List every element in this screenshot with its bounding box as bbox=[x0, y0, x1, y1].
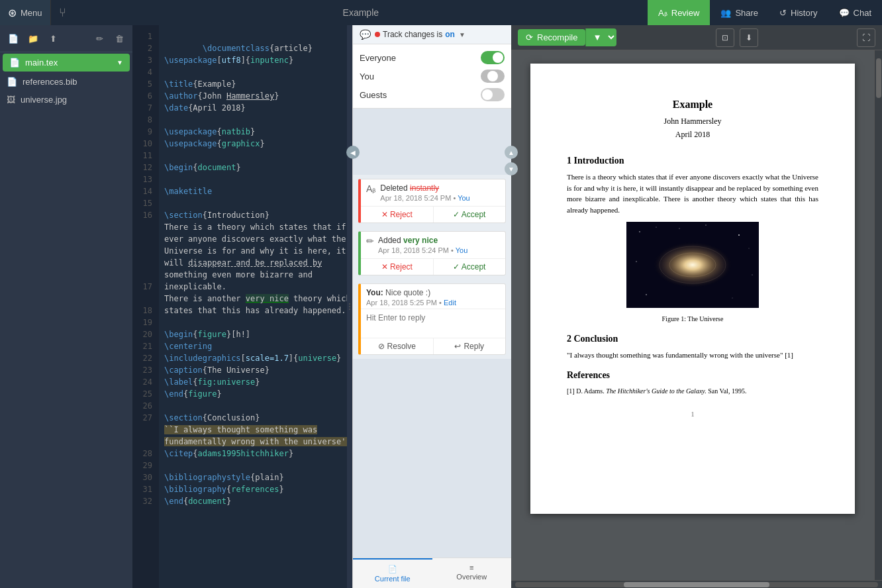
history-button[interactable]: ↺ History bbox=[769, 0, 828, 25]
new-file-button[interactable]: 📄 bbox=[5, 30, 21, 46]
track-changes-badge: Track changes is on bbox=[375, 30, 455, 39]
deleted-change-card: Aᵦ Deleted instantly Apr 18, 2018 5:24 P… bbox=[358, 179, 506, 223]
toggle-guests[interactable] bbox=[481, 88, 505, 101]
code-editor[interactable]: \documentclass{article} \usepackage[utf8… bbox=[159, 25, 347, 588]
added-card-header: ✏ Added very nice Apr 18, 2018 5:24 PM •… bbox=[361, 232, 505, 258]
pdf-title: Example bbox=[567, 97, 818, 113]
comment-card: You: Nice quote :) Apr 18, 2018 5:25 PM … bbox=[358, 283, 506, 355]
sidebar-item-universe-jpg[interactable]: 🖼 universe.jpg bbox=[0, 91, 132, 109]
download-icon: ⬇ bbox=[746, 33, 752, 42]
review-bottom-space bbox=[353, 359, 511, 558]
delete-button[interactable]: 🗑 bbox=[111, 30, 127, 46]
svg-point-3 bbox=[738, 234, 740, 236]
toggle-list: Everyone You Guests bbox=[353, 44, 511, 109]
resolve-icon: ⊘ bbox=[378, 342, 385, 351]
toggle-everyone-row: Everyone bbox=[360, 48, 505, 67]
svg-point-2 bbox=[656, 226, 656, 227]
pdf-bottom-bar bbox=[511, 580, 882, 588]
comment-reply-input[interactable] bbox=[361, 309, 505, 336]
pdf-refs-title: References bbox=[567, 368, 818, 382]
pdf-page: Example John Hammersley April 2018 1 Int… bbox=[530, 64, 855, 514]
pdf-figure-caption: Figure 1: The Universe bbox=[567, 314, 818, 324]
document-title: Example bbox=[74, 7, 648, 18]
svg-point-13 bbox=[653, 242, 732, 288]
pdf-section1: 1 Introduction bbox=[567, 154, 818, 168]
review-spacer bbox=[353, 109, 511, 175]
view-layout-button[interactable]: ⊡ bbox=[716, 28, 734, 47]
upload-button[interactable]: ⬆ bbox=[45, 30, 61, 46]
recompile-button[interactable]: ⟳ Recompile bbox=[518, 29, 585, 46]
pdf-bottom-thumb bbox=[624, 582, 769, 587]
share-button[interactable]: 👥 Share bbox=[710, 0, 769, 25]
svg-point-5 bbox=[636, 261, 636, 262]
fullscreen-button[interactable]: ⛶ bbox=[857, 28, 875, 47]
toggle-guests-row: Guests bbox=[360, 85, 505, 104]
toggle-you[interactable] bbox=[481, 70, 505, 83]
svg-point-9 bbox=[679, 228, 679, 228]
tab-overview[interactable]: ≡ Overview bbox=[432, 558, 512, 588]
review-bottom-tabs: 📄 Current file ≡ Overview bbox=[353, 558, 511, 588]
svg-point-8 bbox=[732, 298, 733, 299]
history-label: History bbox=[791, 8, 817, 18]
pdf-scrollbar-thumb[interactable] bbox=[876, 58, 881, 98]
deleted-card-text: Deleted instantly Apr 18, 2018 5:24 PM •… bbox=[380, 183, 500, 202]
toggle-everyone[interactable] bbox=[481, 51, 505, 64]
dots-icon bbox=[349, 303, 350, 310]
pdf-bottom-scrollbar[interactable] bbox=[515, 582, 878, 587]
nav-right-buttons: Aᵦ Review 👥 Share ↺ History 💬 Chat bbox=[648, 0, 882, 25]
deleted-word: instantly bbox=[410, 183, 439, 193]
menu-button[interactable]: ⊛ Menu bbox=[0, 0, 51, 25]
toggle-you-row: You bbox=[360, 67, 505, 85]
pdf-toolbar: ⟳ Recompile ▼ ⊡ ⬇ ⛶ bbox=[511, 25, 882, 50]
comment-edit-link[interactable]: Edit bbox=[444, 299, 456, 307]
message-icon: 💬 bbox=[360, 29, 371, 40]
galaxy-svg bbox=[626, 222, 759, 308]
menu-label: Menu bbox=[21, 8, 42, 18]
editor-panel: 12345 678910 1112131415 16 17 1819202122… bbox=[132, 25, 352, 588]
sidebar-item-main-tex[interactable]: 📄 main.tex ▼ bbox=[3, 54, 130, 72]
deleted-accept-button[interactable]: ✓ Accept bbox=[434, 207, 506, 222]
deleted-reject-button[interactable]: ✕ Reject bbox=[361, 207, 434, 222]
pdf-author: John Hammersley bbox=[567, 115, 818, 127]
pdf-quote: "I always thought something was fundamen… bbox=[567, 350, 818, 361]
layout-icon: ⊡ bbox=[722, 33, 728, 42]
track-dot-icon bbox=[375, 32, 380, 37]
filename-references-bib: references.bib bbox=[23, 77, 77, 87]
reply-button[interactable]: ↩ Reply bbox=[434, 338, 506, 354]
download-button[interactable]: ⬇ bbox=[740, 28, 758, 47]
new-folder-button[interactable]: 📁 bbox=[25, 30, 41, 46]
rename-button[interactable]: ✏ bbox=[91, 30, 107, 46]
chat-icon: 💬 bbox=[839, 8, 850, 18]
top-nav: ⊛ Menu ⑂ Example Aᵦ Review 👥 Share ↺ His… bbox=[0, 0, 882, 25]
recompile-dropdown[interactable]: ▼ bbox=[585, 28, 616, 46]
pdf-scrollbar[interactable] bbox=[874, 50, 882, 580]
nav-left-button[interactable]: ◀ bbox=[346, 146, 360, 159]
current-file-icon: 📄 bbox=[388, 565, 397, 573]
resolve-button[interactable]: ⊘ Resolve bbox=[361, 338, 434, 354]
pdf-content: Example John Hammersley April 2018 1 Int… bbox=[511, 50, 874, 580]
nav-up-button[interactable]: ▲ bbox=[505, 146, 518, 159]
added-card-user: You bbox=[456, 246, 468, 254]
pdf-ref1: [1] D. Adams. The Hitchhiker's Guide to … bbox=[567, 386, 818, 396]
added-reject-button[interactable]: ✕ Reject bbox=[361, 259, 434, 275]
added-card-actions: ✕ Reject ✓ Accept bbox=[361, 258, 505, 275]
version-control-icon: ⑂ bbox=[51, 6, 74, 20]
overview-icon: ≡ bbox=[469, 564, 473, 571]
added-accept-button[interactable]: ✓ Accept bbox=[434, 259, 506, 275]
comment-author: You: bbox=[366, 288, 385, 297]
sidebar-item-references-bib[interactable]: 📄 references.bib bbox=[0, 73, 132, 91]
added-card-text: Added very nice Apr 18, 2018 5:24 PM • Y… bbox=[378, 236, 500, 254]
review-icon: Aᵦ bbox=[658, 8, 667, 18]
chat-button[interactable]: 💬 Chat bbox=[828, 0, 882, 25]
history-icon: ↺ bbox=[779, 8, 787, 18]
nav-down-button[interactable]: ▼ bbox=[505, 162, 518, 175]
filename-universe-jpg: universe.jpg bbox=[21, 95, 67, 105]
deleted-card-meta: Apr 18, 2018 5:24 PM • You bbox=[380, 194, 500, 202]
track-changes-dropdown[interactable]: ▼ bbox=[459, 31, 466, 38]
share-label: Share bbox=[735, 8, 758, 18]
editor-collapse-handle[interactable] bbox=[347, 25, 352, 588]
pdf-panel: ⟳ Recompile ▼ ⊡ ⬇ ⛶ Exam bbox=[511, 25, 882, 588]
tab-current-file[interactable]: 📄 Current file bbox=[353, 558, 432, 588]
review-button[interactable]: Aᵦ Review bbox=[648, 0, 710, 25]
deleted-card-title: Deleted instantly bbox=[380, 183, 500, 193]
